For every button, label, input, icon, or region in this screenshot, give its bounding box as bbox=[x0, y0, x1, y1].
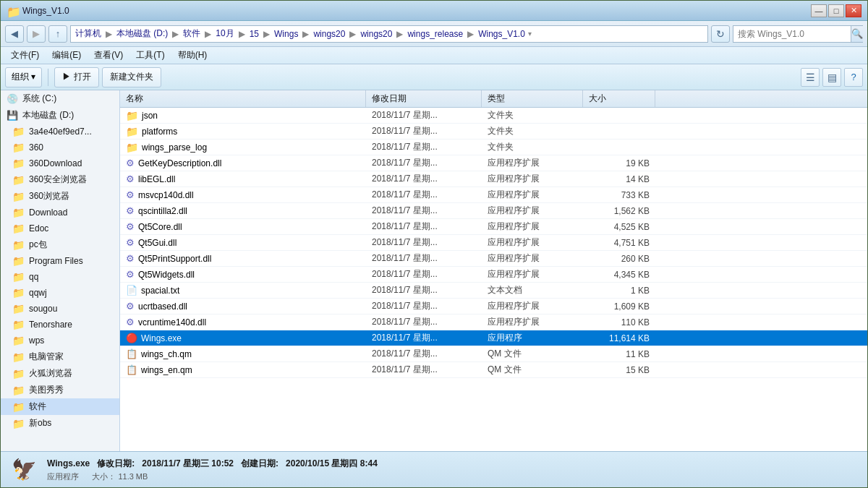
file-date: 2018/11/7 星期... bbox=[366, 284, 482, 296]
folder-icon: 📁 bbox=[12, 303, 25, 314]
sidebar-item-pcguard[interactable]: 📁 电脑管家 bbox=[1, 348, 119, 365]
table-row[interactable]: ⚙ Qt5Gui.dll 2018/11/7 星期... 应用程序扩展 4,75… bbox=[120, 235, 867, 251]
sidebar-item-qq[interactable]: 📁 qq bbox=[1, 269, 119, 285]
table-row[interactable]: ⚙ Qt5Core.dll 2018/11/7 星期... 应用程序扩展 4,5… bbox=[120, 219, 867, 235]
table-row[interactable]: ⚙ GetKeyDescription.dll 2018/11/7 星期... … bbox=[120, 155, 867, 171]
folder-icon: 📁 bbox=[12, 207, 25, 218]
table-row[interactable]: ⚙ Qt5PrintSupport.dll 2018/11/7 星期... 应用… bbox=[120, 251, 867, 267]
path-segment-wings[interactable]: Wings bbox=[274, 29, 298, 39]
file-icon: 📁 bbox=[126, 126, 138, 137]
sidebar-item-3a4e[interactable]: 📁 3a4e40ef9ed7... bbox=[1, 124, 119, 140]
maximize-button[interactable]: □ bbox=[828, 4, 844, 17]
file-name: GetKeyDescription.dll bbox=[138, 158, 221, 168]
search-icon[interactable]: 🔍 bbox=[851, 26, 863, 42]
sidebar-item-newobs[interactable]: 📁 新obs bbox=[1, 415, 119, 432]
forward-button[interactable]: ▶ bbox=[27, 25, 46, 43]
sidebar-item-360[interactable]: 📁 360 bbox=[1, 140, 119, 155]
menu-file[interactable]: 文件(F) bbox=[5, 48, 45, 63]
file-size: 110 KB bbox=[583, 317, 655, 328]
file-date: 2018/11/7 星期... bbox=[366, 236, 482, 249]
view-details-button[interactable]: ▤ bbox=[822, 68, 841, 87]
sidebar-item-wps[interactable]: 📁 wps bbox=[1, 333, 119, 348]
file-icon: 📁 bbox=[126, 142, 138, 153]
sidebar-item-ruanjian[interactable]: 📁 软件 bbox=[1, 398, 119, 415]
sidebar-item-qqwj[interactable]: 📁 qqwj bbox=[1, 285, 119, 301]
path-segment-release[interactable]: wings_release bbox=[407, 29, 463, 39]
menu-help[interactable]: 帮助(H) bbox=[172, 48, 213, 63]
sidebar-item-local-d[interactable]: 💾 本地磁盘 (D:) bbox=[1, 107, 119, 124]
sidebar-item-edoc[interactable]: 📁 Edoc bbox=[1, 221, 119, 236]
folder-icon: 📁 bbox=[12, 385, 25, 396]
exe-icon: 🦅 bbox=[12, 458, 37, 481]
col-header-type[interactable]: 类型 bbox=[482, 90, 583, 107]
path-segment-month[interactable]: 10月 bbox=[216, 27, 234, 40]
up-button[interactable]: ↑ bbox=[48, 25, 67, 43]
table-row[interactable]: 📁 json 2018/11/7 星期... 文件夹 bbox=[120, 108, 867, 124]
organize-button[interactable]: 组织 ▾ bbox=[5, 67, 42, 87]
minimize-button[interactable]: — bbox=[811, 4, 827, 17]
file-type: 应用程序扩展 bbox=[482, 189, 583, 201]
sidebar-item-pc[interactable]: 📁 pc包 bbox=[1, 236, 119, 253]
path-segment-computer[interactable]: 计算机 bbox=[75, 27, 101, 40]
sidebar-item-360download[interactable]: 📁 360Download bbox=[1, 155, 119, 171]
path-segment-wings20b[interactable]: wings20 bbox=[360, 29, 392, 39]
table-row[interactable]: 📄 spacial.txt 2018/11/7 星期... 文本文档 1 KB bbox=[120, 283, 867, 299]
table-row[interactable]: 🔴 Wings.exe 2018/11/7 星期... 应用程序 11,614 … bbox=[120, 330, 867, 346]
sidebar-item-360browser[interactable]: 📁 360浏览器 bbox=[1, 188, 119, 205]
path-segment-wings20a[interactable]: wings20 bbox=[313, 29, 345, 39]
sidebar-item-system-c[interactable]: 💿 系统 (C:) bbox=[1, 90, 119, 107]
folder-icon: 📁 bbox=[12, 174, 25, 186]
sidebar-item-firefox[interactable]: 📁 火狐浏览器 bbox=[1, 365, 119, 382]
folder-icon: 📁 bbox=[12, 401, 25, 413]
file-icon: ⚙ bbox=[126, 301, 135, 312]
file-date: 2018/11/7 星期... bbox=[366, 300, 482, 312]
menu-tools[interactable]: 工具(T) bbox=[130, 48, 170, 63]
file-type: 应用程序扩展 bbox=[482, 316, 583, 328]
table-row[interactable]: ⚙ msvcp140d.dll 2018/11/7 星期... 应用程序扩展 7… bbox=[120, 187, 867, 203]
refresh-button[interactable]: ↻ bbox=[711, 25, 730, 43]
file-size: 1,609 KB bbox=[583, 301, 655, 312]
menu-edit[interactable]: 编辑(E) bbox=[46, 48, 87, 63]
table-row[interactable]: 📁 wings_parse_log 2018/11/7 星期... 文件夹 bbox=[120, 140, 867, 155]
address-path[interactable]: 计算机 ▶ 本地磁盘 (D:) ▶ 软件 ▶ 10月 ▶ 15 ▶ Wings … bbox=[70, 25, 708, 43]
folder-icon: 📁 bbox=[12, 271, 25, 283]
new-folder-button[interactable]: 新建文件夹 bbox=[102, 67, 161, 87]
file-name: platforms bbox=[142, 127, 177, 137]
table-row[interactable]: ⚙ Qt5Widgets.dll 2018/11/7 星期... 应用程序扩展 … bbox=[120, 267, 867, 283]
path-segment-drive[interactable]: 本地磁盘 (D:) bbox=[116, 27, 168, 40]
table-row[interactable]: 📁 platforms 2018/11/7 星期... 文件夹 bbox=[120, 124, 867, 140]
search-box: 🔍 bbox=[733, 25, 863, 43]
path-segment-v10[interactable]: Wings_V1.0 bbox=[478, 29, 525, 39]
file-size: 4,345 KB bbox=[583, 270, 655, 280]
search-input[interactable] bbox=[733, 29, 851, 39]
file-name: Wings.exe bbox=[141, 333, 182, 343]
path-segment-software[interactable]: 软件 bbox=[183, 27, 200, 40]
sidebar-item-sougou[interactable]: 📁 sougou bbox=[1, 301, 119, 317]
table-row[interactable]: 📋 wings_en.qm 2018/11/7 星期... QM 文件 15 K… bbox=[120, 362, 867, 378]
file-name-cell: 📋 wings_ch.qm bbox=[120, 348, 366, 359]
col-header-size[interactable]: 大小 bbox=[583, 90, 655, 107]
sidebar-item-programfiles[interactable]: 📁 Program Files bbox=[1, 253, 119, 269]
view-list-button[interactable]: ☰ bbox=[801, 68, 820, 87]
path-segment-day[interactable]: 15 bbox=[250, 29, 259, 39]
table-row[interactable]: ⚙ qscintilla2.dll 2018/11/7 星期... 应用程序扩展… bbox=[120, 203, 867, 219]
file-type: QM 文件 bbox=[482, 364, 583, 376]
sidebar-item-360safe[interactable]: 📁 360安全浏览器 bbox=[1, 171, 119, 188]
sidebar-item-beautypic[interactable]: 📁 美图秀秀 bbox=[1, 382, 119, 398]
file-size: 4,525 KB bbox=[583, 222, 655, 232]
file-name: vcruntime140d.dll bbox=[138, 317, 206, 328]
back-button[interactable]: ◀ bbox=[5, 25, 24, 43]
menu-view[interactable]: 查看(V) bbox=[88, 48, 129, 63]
file-name: Qt5PrintSupport.dll bbox=[138, 254, 211, 264]
sidebar-item-tenorshare[interactable]: 📁 Tenorshare bbox=[1, 317, 119, 333]
sidebar-item-download[interactable]: 📁 Download bbox=[1, 205, 119, 221]
table-row[interactable]: ⚙ ucrtbased.dll 2018/11/7 星期... 应用程序扩展 1… bbox=[120, 299, 867, 314]
table-row[interactable]: 📋 wings_ch.qm 2018/11/7 星期... QM 文件 11 K… bbox=[120, 346, 867, 362]
open-button[interactable]: ▶ 打开 bbox=[54, 67, 98, 87]
help-button[interactable]: ? bbox=[844, 68, 863, 87]
table-row[interactable]: ⚙ vcruntime140d.dll 2018/11/7 星期... 应用程序… bbox=[120, 314, 867, 330]
col-header-date[interactable]: 修改日期 bbox=[366, 90, 482, 107]
col-header-name[interactable]: 名称 bbox=[120, 90, 366, 107]
close-button[interactable]: ✕ bbox=[846, 4, 861, 17]
table-row[interactable]: ⚙ libEGL.dll 2018/11/7 星期... 应用程序扩展 14 K… bbox=[120, 171, 867, 187]
